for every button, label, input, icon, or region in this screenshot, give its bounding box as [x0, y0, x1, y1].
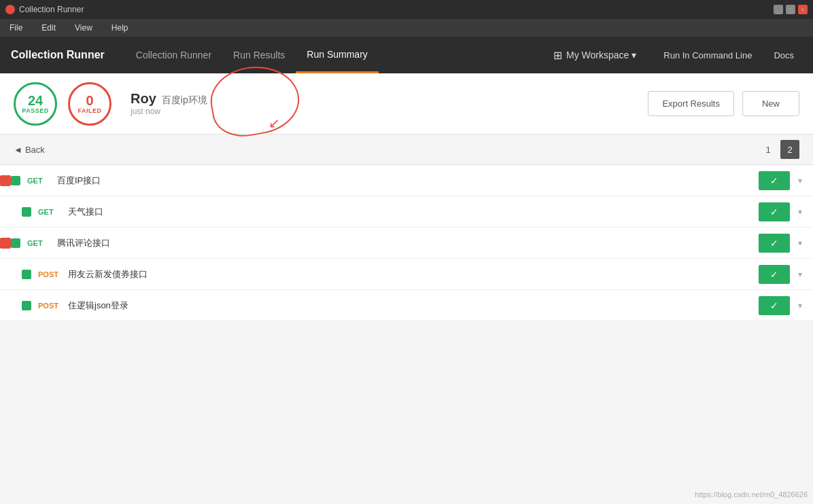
new-button[interactable]: New	[742, 91, 799, 116]
tab-run-summary[interactable]: Run Summary	[296, 37, 378, 73]
export-results-button[interactable]: Export Results	[648, 91, 734, 116]
minimize-button[interactable]: _	[774, 5, 783, 14]
request-name: 天气接口	[68, 206, 759, 218]
run-time: just now	[131, 107, 207, 116]
checkmark-icon: ✓	[770, 269, 778, 280]
request-list: GET 百度IP接口 ✓ ▾ GET 天气接口 ✓ ▾ GET 腾讯评论接口 ✓…	[0, 165, 813, 321]
request-name: 住逻辑json登录	[68, 300, 759, 312]
app-icon	[5, 5, 15, 14]
request-row: GET 腾讯评论接口 ✓ ▾	[0, 228, 813, 259]
method-get: GET	[27, 177, 52, 185]
nav-bar: Collection Runner Collection Runner Run …	[0, 37, 813, 73]
failed-stat: 0 FAILED	[68, 82, 111, 126]
method-post: POST	[38, 302, 63, 310]
summary-bar: 24 PASSED 0 FAILED Roy 百度ip环境 just now E…	[0, 73, 813, 134]
maximize-button[interactable]: □	[786, 5, 795, 14]
result-cell-pass: ✓	[759, 234, 790, 253]
method-post: POST	[38, 270, 63, 278]
workspace-icon: ⊞	[553, 49, 562, 62]
run-command-line-button[interactable]: Run In Command Line	[655, 46, 760, 65]
back-button[interactable]: ◄ Back	[14, 145, 45, 155]
request-name: 百度IP接口	[57, 175, 759, 187]
request-name: 腾讯评论接口	[57, 237, 759, 249]
passed-count: 24	[28, 94, 43, 107]
menu-file[interactable]: File	[5, 22, 27, 34]
left-marker-red	[0, 238, 11, 249]
result-cell-pass: ✓	[759, 171, 790, 190]
pagination: 1 2	[759, 140, 799, 159]
back-icon: ◄	[14, 145, 22, 155]
menu-help[interactable]: Help	[107, 22, 133, 34]
nav-wrapper: Collection Runner Collection Runner Run …	[0, 37, 813, 73]
workspace-selector[interactable]: ⊞ My Workspace ▾	[545, 45, 644, 66]
expand-icon[interactable]: ▾	[798, 270, 802, 279]
row-indicator-green	[22, 270, 31, 279]
failed-count: 0	[86, 94, 93, 107]
request-row: POST 用友云新发债券接口 ✓ ▾	[0, 259, 813, 290]
method-get: GET	[38, 208, 63, 216]
row-indicator-green	[11, 238, 20, 248]
menu-edit[interactable]: Edit	[37, 22, 60, 34]
page-1[interactable]: 1	[759, 140, 778, 159]
failed-label: FAILED	[77, 107, 101, 114]
checkmark-icon: ✓	[770, 238, 778, 249]
request-row: POST 住逻辑json登录 ✓ ▾	[0, 290, 813, 321]
tab-collection-runner[interactable]: Collection Runner	[125, 37, 222, 73]
page-2[interactable]: 2	[780, 140, 799, 159]
expand-icon[interactable]: ▾	[798, 176, 802, 185]
row-indicator-green	[22, 301, 31, 310]
result-cell-pass: ✓	[759, 265, 790, 284]
passed-stat: 24 PASSED	[14, 82, 57, 126]
title-bar-title: Collection Runner	[19, 5, 84, 14]
request-row: GET 天气接口 ✓ ▾	[0, 196, 813, 228]
menu-view[interactable]: View	[71, 22, 97, 34]
docs-button[interactable]: Docs	[765, 46, 802, 65]
watermark: https://blog.csdn.net/m0_4826626	[695, 490, 808, 499]
nav-brand: Collection Runner	[11, 49, 105, 61]
left-marker-red	[0, 175, 11, 186]
checkmark-icon: ✓	[770, 175, 778, 186]
passed-label: PASSED	[22, 107, 48, 114]
run-info: Roy 百度ip环境 just now	[131, 91, 207, 116]
title-bar: Collection Runner _ □ ×	[0, 0, 813, 19]
request-name: 用友云新发债券接口	[68, 268, 759, 281]
tab-run-results[interactable]: Run Results	[222, 37, 296, 73]
row-indicator-green	[22, 207, 31, 217]
request-row: GET 百度IP接口 ✓ ▾	[0, 165, 813, 196]
close-button[interactable]: ×	[798, 5, 808, 14]
result-cell-pass: ✓	[759, 296, 790, 315]
expand-icon[interactable]: ▾	[798, 238, 802, 248]
method-get: GET	[27, 239, 52, 247]
workspace-label: My Workspace	[566, 50, 629, 60]
back-bar: ◄ Back 1 2	[0, 134, 813, 165]
summary-actions: Export Results New	[648, 91, 799, 116]
result-cell-pass: ✓	[759, 202, 790, 221]
run-environment: 百度ip环境	[162, 94, 207, 107]
run-name: Roy	[131, 91, 156, 107]
menu-bar: File Edit View Help	[0, 19, 813, 37]
workspace-dropdown-icon: ▾	[632, 50, 636, 60]
checkmark-icon: ✓	[770, 206, 778, 217]
checkmark-icon: ✓	[770, 300, 778, 311]
back-label: Back	[25, 145, 45, 155]
row-indicator-green	[11, 176, 20, 185]
expand-icon[interactable]: ▾	[798, 301, 802, 310]
expand-icon[interactable]: ▾	[798, 207, 802, 217]
